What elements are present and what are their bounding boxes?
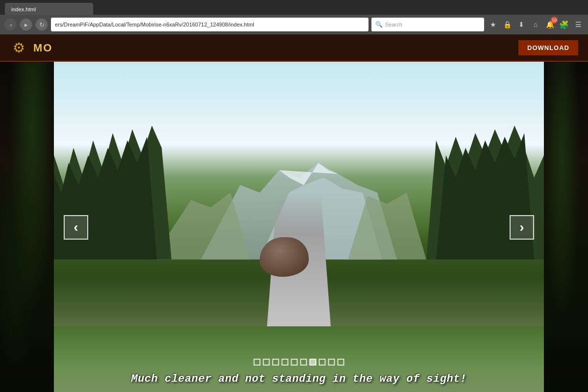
back-icon: ◂ xyxy=(9,21,12,28)
browser-tabs: index.html xyxy=(0,0,588,15)
back-button[interactable]: ◂ xyxy=(4,18,17,31)
nature-scene xyxy=(54,62,544,392)
slide-dot-4[interactable] xyxy=(282,359,289,366)
slide-dot-3[interactable] xyxy=(272,359,279,366)
address-bar[interactable]: ers/DreamPiF/AppData/Local/Temp/Mobirise… xyxy=(51,18,368,31)
slider-prev-button[interactable]: ‹ xyxy=(64,215,88,240)
slide-dot-7[interactable] xyxy=(310,359,317,366)
tab-label: index.html xyxy=(11,6,36,12)
home-button[interactable]: ⌂ xyxy=(530,19,541,30)
app-logo-gear: ⚙ xyxy=(10,39,27,57)
star-button[interactable]: ★ xyxy=(487,19,499,30)
browser-chrome: index.html ◂ ▸ ↻ ers/DreamPiF/AppData/Lo… xyxy=(0,0,588,35)
notification-badge: 10 xyxy=(551,17,558,24)
boulder xyxy=(260,237,309,277)
search-icon: 🔍 xyxy=(375,21,383,28)
slide-caption: Much cleaner and not standing in the way… xyxy=(54,370,544,388)
slide-dot-1[interactable] xyxy=(254,359,261,366)
slide-dot-5[interactable] xyxy=(291,359,298,366)
notifications-button[interactable]: 🔔 10 xyxy=(544,19,556,30)
refresh-button[interactable]: ↻ xyxy=(35,18,48,31)
app-header-right: DOWNLOAD xyxy=(518,40,578,55)
browser-toolbar: ◂ ▸ ↻ ers/DreamPiF/AppData/Local/Temp/Mo… xyxy=(0,15,588,34)
browser-tab-active[interactable]: index.html xyxy=(5,3,93,15)
download-button[interactable]: ⬇ xyxy=(515,19,527,30)
slide-dot-9[interactable] xyxy=(328,359,335,366)
refresh-icon: ↻ xyxy=(39,21,45,28)
menu-button[interactable]: ☰ xyxy=(572,19,584,30)
main-content: ⚙ MO DOWNLOAD xyxy=(0,35,588,392)
search-bar-container[interactable]: 🔍 Search xyxy=(371,18,484,31)
app-header: ⚙ MO DOWNLOAD xyxy=(0,35,588,62)
side-panel-left xyxy=(0,62,54,392)
forward-icon: ▸ xyxy=(24,21,28,28)
slide-dot-8[interactable] xyxy=(319,359,326,366)
address-text: ers/DreamPiF/AppData/Local/Temp/Mobirise… xyxy=(55,22,254,27)
forest-right-image xyxy=(544,62,588,392)
side-panel-right xyxy=(544,62,588,392)
app-name: MO xyxy=(33,42,52,54)
download-button[interactable]: DOWNLOAD xyxy=(518,40,578,55)
forward-button[interactable]: ▸ xyxy=(20,18,32,31)
forest-left-image xyxy=(0,62,54,392)
next-arrow-icon: › xyxy=(519,220,524,235)
slider-container: ‹ › Much cleaner and not standing in the… xyxy=(54,62,544,392)
slide-dot-10[interactable] xyxy=(338,359,344,366)
prev-arrow-icon: ‹ xyxy=(74,220,78,235)
caption-text: Much cleaner and not standing in the way… xyxy=(131,373,466,385)
search-placeholder-text: Search xyxy=(385,22,402,27)
slide-dot-6[interactable] xyxy=(300,359,307,366)
lock-icon: 🔒 xyxy=(501,19,513,30)
slider-next-button[interactable]: › xyxy=(510,215,534,240)
extensions-button[interactable]: 🧩 xyxy=(558,19,570,30)
slide-indicators xyxy=(254,359,344,366)
slide-dot-2[interactable] xyxy=(263,359,270,366)
svg-marker-6 xyxy=(54,137,157,260)
gear-icon: ⚙ xyxy=(13,40,25,56)
toolbar-icons: ★ 🔒 ⬇ ⌂ 🔔 10 🧩 ☰ xyxy=(487,19,584,30)
